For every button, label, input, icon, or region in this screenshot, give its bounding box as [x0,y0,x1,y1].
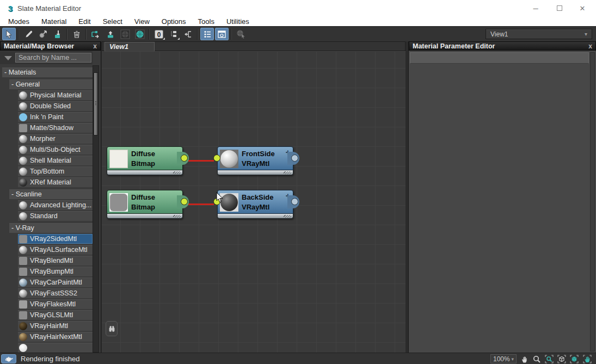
material-list-label: Top/Bottom [30,168,64,175]
param-panel-header[interactable]: Material Parameter Editor x [409,41,596,51]
node-diffuse-bitmap-back[interactable]: Diffuse Bitmap [107,190,183,219]
bitmap-thumbnail [109,193,128,212]
node-footer[interactable] [107,170,183,175]
input-socket[interactable] [213,155,220,162]
select-tool-button[interactable] [2,28,16,40]
show-standard-map-button[interactable]: 0 [152,28,165,40]
output-socket[interactable] [181,155,188,162]
wire-front[interactable] [187,160,214,162]
wire-back[interactable] [187,203,214,205]
material-list-row[interactable]: Morpher [18,134,93,144]
pick-material-from-object-button[interactable] [21,28,35,40]
resize-grip-icon[interactable] [284,215,291,218]
titlebar[interactable]: 3 Slate Material Editor ─ ✕ [0,0,596,16]
menu-item[interactable]: Tools [192,17,220,26]
show-shaded-material-on-button[interactable] [133,28,146,40]
zoom-region-button[interactable] [544,354,555,363]
zoom-extents-button[interactable] [556,354,567,363]
material-list-row[interactable]: VRayCarPaintMtl [18,277,93,287]
menu-item[interactable]: Utilities [220,17,255,26]
material-list-row[interactable]: VRayGLSLMtl [18,310,93,320]
node-footer[interactable] [217,214,293,219]
material-list-row[interactable]: Advanced Lighting... [18,200,93,210]
navigator-toggle-button[interactable] [106,321,118,336]
node-footer[interactable] [217,170,293,175]
material-list-row[interactable]: Double Sided [18,101,93,111]
material-list-row[interactable]: Standard [18,211,93,221]
zoom-extents-selected-button[interactable] [569,354,580,363]
resize-grip-icon[interactable] [173,215,181,218]
layout-children-button[interactable] [167,28,180,40]
material-list-row[interactable]: - Materials [2,67,93,77]
param-scrollbar[interactable] [590,52,595,351]
browser-options-dropdown-icon[interactable] [4,56,12,60]
output-socket[interactable] [291,155,298,162]
delete-selected-button[interactable] [70,28,83,40]
trash-icon [72,30,81,39]
material-list-row[interactable]: Ink 'n Paint [18,112,93,122]
resize-grip-icon[interactable] [173,171,181,174]
menu-item[interactable]: Edit [72,17,96,26]
parameter-editor-toggle-button[interactable] [215,28,229,40]
menu-item[interactable]: Options [156,17,192,26]
node-footer[interactable] [107,214,183,219]
browser-panel-header[interactable]: Material/Map Browser x [0,41,101,51]
material-list-row[interactable]: VRay2SidedMtl [18,234,93,244]
assign-material-to-selection-button[interactable] [51,28,64,40]
view-selector-dropdown[interactable]: View1 ▾ [486,29,592,39]
zoom-tool-button[interactable] [531,354,542,363]
material-list-label: - General [9,81,40,88]
node-backside-vraymtl[interactable]: BackSide VRayMtl + [217,190,293,219]
menu-item[interactable]: Material [35,17,72,26]
resize-grip-icon[interactable] [284,171,291,174]
browser-close-icon[interactable]: x [93,42,97,50]
output-socket[interactable] [291,198,298,205]
material-list-row[interactable]: Top/Bottom [18,166,93,176]
search-input[interactable] [15,53,91,63]
material-type-icon [19,146,27,154]
param-close-icon[interactable]: x [588,42,592,50]
material-list-row[interactable]: VRayALSurfaceMtl [18,245,93,255]
material-list-row[interactable]: Multi/Sub-Object [18,145,93,155]
material-list-row[interactable]: Matte/Shadow [18,123,93,133]
material-list-row[interactable]: XRef Material [18,177,93,187]
material-list-row[interactable]: VRayFlakesMtl [18,299,93,309]
node-graph-canvas[interactable]: Diffuse Bitmap FrontSide VRayMtl + [102,51,405,353]
browser-scrollbar[interactable] [93,65,99,353]
put-material-to-scene-button[interactable] [36,28,50,40]
zoom-level-dropdown[interactable]: 100% ▾ [490,354,517,363]
material-list-row[interactable]: - V-Ray [9,223,93,233]
material-list-row[interactable]: VRayHairNextMtl [18,332,93,342]
material-list-row[interactable]: Physical Material [18,90,93,100]
layout-all-button[interactable] [181,28,195,40]
menu-item[interactable]: Modes [2,17,35,26]
material-list-row[interactable]: VRayHairMtl [18,321,93,331]
material-list-row[interactable]: VRayBlendMtl [18,256,93,266]
node-diffuse-bitmap-front[interactable]: Diffuse Bitmap [107,146,183,175]
material-list-label: - V-Ray [9,224,34,232]
pan-tool-button[interactable] [519,354,530,363]
material-map-browser-toggle-button[interactable] [200,28,214,40]
material-list-row[interactable]: Shell Material [18,156,93,165]
render-status-button[interactable] [1,354,16,363]
select-by-material-button[interactable] [234,28,248,40]
menu-item[interactable]: Select [97,17,128,26]
menu-item[interactable]: View [128,17,156,26]
node-frontside-vraymtl[interactable]: FrontSide VRayMtl + [217,146,293,175]
show-shaded-material-off-button[interactable] [118,28,132,40]
material-list-row[interactable]: - Scanline [9,189,93,199]
close-button[interactable]: ✕ [573,0,592,16]
output-socket[interactable] [181,198,188,205]
tab-view1[interactable]: View1 [105,42,155,52]
hide-unused-nodeslots-button[interactable] [103,28,117,40]
material-list-row[interactable]: VRayBumpMtl [18,267,93,276]
browser-scrollbar-thumb[interactable] [94,72,98,135]
material-list-label: VRayHairNextMtl [30,333,82,341]
pan-to-selected-button[interactable] [582,354,593,363]
material-list-row[interactable]: - General [9,79,93,89]
move-children-button[interactable] [89,28,102,40]
material-list-row[interactable]: VRayFastSSS2 [18,288,93,298]
material-list-row[interactable] [18,343,93,353]
minimize-button[interactable]: ─ [526,0,545,16]
maximize-button[interactable] [550,0,569,16]
